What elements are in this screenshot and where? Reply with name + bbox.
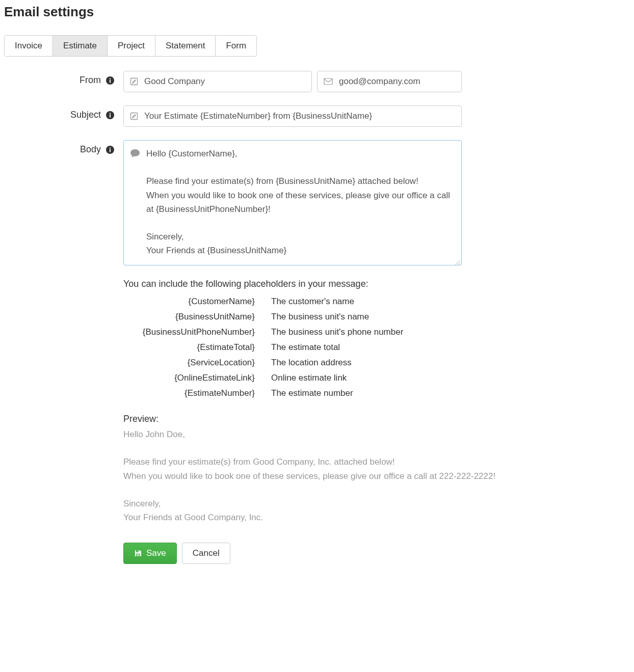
svg-line-13 <box>457 262 460 265</box>
save-button[interactable]: Save <box>123 543 177 564</box>
svg-rect-6 <box>110 114 111 117</box>
preview-label: Preview: <box>123 414 521 424</box>
from-email-group <box>317 71 462 92</box>
placeholder-token: {CustomerName} <box>123 297 271 307</box>
placeholder-token: {EstimateNumber} <box>123 388 271 398</box>
tab-statement[interactable]: Statement <box>155 36 216 56</box>
placeholder-token: {OnlineEstimateLink} <box>123 373 271 383</box>
placeholders-table: {CustomerName} The customer's name {Busi… <box>123 297 521 398</box>
info-icon[interactable] <box>106 76 114 85</box>
edit-icon <box>130 112 138 120</box>
svg-rect-16 <box>138 551 139 552</box>
placeholder-token: {BusinessUnitName} <box>123 312 271 322</box>
placeholder-desc: The business unit's phone number <box>271 327 403 337</box>
placeholder-token: {EstimateTotal} <box>123 342 271 353</box>
svg-line-12 <box>455 260 460 265</box>
svg-rect-10 <box>110 149 111 152</box>
placeholder-desc: Online estimate link <box>271 373 347 383</box>
subject-label: Subject <box>70 110 101 120</box>
cancel-button-label: Cancel <box>193 548 220 558</box>
tabs: Invoice Estimate Project Statement Form <box>4 35 257 57</box>
svg-rect-18 <box>137 554 140 555</box>
cancel-button[interactable]: Cancel <box>182 543 230 564</box>
from-email-input[interactable] <box>339 76 455 87</box>
tab-invoice[interactable]: Invoice <box>5 36 53 56</box>
info-icon[interactable] <box>106 111 114 119</box>
from-name-group <box>123 71 312 92</box>
placeholder-desc: The location address <box>271 358 352 368</box>
body-textarea[interactable] <box>146 147 455 259</box>
subject-input[interactable] <box>144 111 455 121</box>
placeholder-token: {ServiceLocation} <box>123 358 271 368</box>
svg-rect-2 <box>110 78 111 79</box>
preview-text: Hello John Doe, Please find your estimat… <box>123 427 521 524</box>
save-icon <box>134 549 142 557</box>
placeholders-intro: You can include the following placeholde… <box>123 279 521 289</box>
envelope-icon <box>324 78 333 85</box>
placeholder-token: {BusinessUnitPhoneNumber} <box>123 327 271 337</box>
tab-form[interactable]: Form <box>216 36 256 56</box>
placeholder-desc: The estimate total <box>271 342 340 353</box>
info-icon[interactable] <box>106 146 114 154</box>
placeholder-desc: The customer's name <box>271 297 354 307</box>
svg-rect-7 <box>110 113 111 114</box>
svg-rect-19 <box>137 555 140 555</box>
placeholder-desc: The business unit's name <box>271 312 369 322</box>
tab-estimate[interactable]: Estimate <box>53 36 108 56</box>
svg-rect-15 <box>136 550 139 552</box>
subject-group <box>123 105 462 127</box>
svg-line-14 <box>459 264 460 265</box>
speech-bubble-icon <box>130 147 140 259</box>
svg-rect-11 <box>110 147 111 148</box>
edit-icon <box>130 77 138 86</box>
save-button-label: Save <box>146 548 166 558</box>
from-name-input[interactable] <box>144 76 305 87</box>
tab-project[interactable]: Project <box>108 36 155 56</box>
body-label: Body <box>80 144 101 155</box>
body-group <box>123 140 462 265</box>
svg-rect-1 <box>110 79 111 83</box>
svg-rect-4 <box>324 78 332 85</box>
page-title: Email settings <box>4 4 630 20</box>
from-label: From <box>80 75 101 86</box>
svg-rect-20 <box>137 556 140 556</box>
placeholder-desc: The estimate number <box>271 388 353 398</box>
